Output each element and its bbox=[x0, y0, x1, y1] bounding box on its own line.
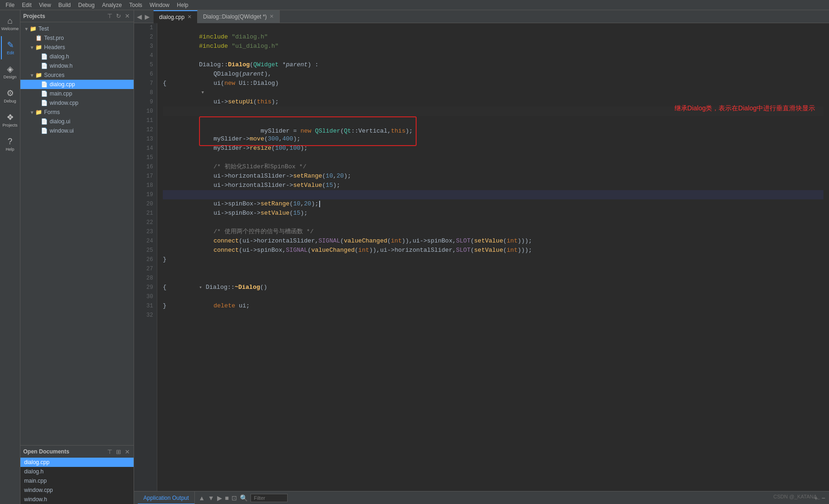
tree-item-dialogcpp[interactable]: 📄 dialog.cpp bbox=[20, 80, 134, 89]
welcome-label: Welcome bbox=[1, 26, 19, 31]
open-doc-dialogcpp[interactable]: dialog.cpp bbox=[20, 458, 134, 467]
project-tree[interactable]: ▼ 📁 Test 📋 Test.pro ▼ 📁 Headers 📄 dialog… bbox=[20, 22, 134, 445]
tree-item-headers[interactable]: ▼ 📁 Headers bbox=[20, 43, 134, 52]
bottom-bar: Application Output ▲ ▼ ▶ ■ ⊡ 🔍 + − bbox=[134, 491, 829, 504]
sidebar-debug-btn[interactable]: ⚙ Debug bbox=[1, 84, 19, 108]
dialogh-arrow bbox=[35, 54, 41, 59]
windowcpp-arrow bbox=[35, 101, 41, 106]
code-content[interactable]: #include "dialog.h" #include "ui_dialog.… bbox=[157, 23, 829, 491]
open-docs-tile-icon[interactable]: ⊞ bbox=[115, 448, 122, 456]
code-line-26: } bbox=[163, 255, 823, 264]
sync-icon[interactable]: ↻ bbox=[115, 12, 122, 20]
dialogh-label: dialog.h bbox=[50, 53, 69, 60]
test-label: Test bbox=[39, 26, 49, 32]
menu-view[interactable]: View bbox=[35, 0, 55, 10]
tree-item-sources[interactable]: ▼ 📁 Sources bbox=[20, 70, 134, 80]
code-line-14 bbox=[163, 144, 823, 153]
windowcpp-icon: 📄 bbox=[41, 100, 48, 106]
filter-input[interactable] bbox=[251, 494, 288, 502]
tree-item-testpro[interactable]: 📋 Test.pro bbox=[20, 33, 134, 43]
edit-icon: ✎ bbox=[7, 41, 14, 49]
welcome-icon: ⌂ bbox=[7, 17, 13, 25]
menu-tools[interactable]: Tools bbox=[126, 0, 146, 10]
dialogui-arrow bbox=[35, 119, 41, 124]
output-controls: ▲ ▼ ▶ ■ ⊡ 🔍 bbox=[199, 494, 288, 502]
menu-debug[interactable]: Debug bbox=[75, 0, 98, 10]
search-icon[interactable]: 🔍 bbox=[240, 494, 248, 502]
filter-icon[interactable]: ⊤ bbox=[106, 12, 113, 20]
code-line-4: Dialog::Dialog(QWidget *parent) : bbox=[163, 51, 823, 60]
code-line-5: QDialog(parent), bbox=[163, 60, 823, 70]
close-panel-icon[interactable]: ✕ bbox=[124, 12, 131, 20]
tab-close-icon[interactable]: ✕ bbox=[187, 14, 192, 20]
tree-item-test[interactable]: ▼ 📁 Test bbox=[20, 24, 134, 33]
menu-edit[interactable]: Edit bbox=[18, 0, 35, 10]
open-doc-windowh[interactable]: window.h bbox=[20, 495, 134, 504]
code-line-13: mySlider->resize(100,100); bbox=[163, 134, 823, 144]
sources-arrow: ▼ bbox=[30, 73, 35, 78]
menu-analyze[interactable]: Analyze bbox=[98, 0, 126, 10]
open-doc-dialogh[interactable]: dialog.h bbox=[20, 467, 134, 476]
tab-breadcrumb-close-icon[interactable]: ✕ bbox=[270, 13, 274, 19]
main-layout: ⌂ Welcome ✎ Edit ◈ Design ⚙ Debug ❖ Proj… bbox=[0, 10, 829, 504]
open-documents-list: dialog.cpp dialog.h main.cpp window.cpp … bbox=[20, 458, 134, 504]
maincpp-arrow bbox=[35, 91, 41, 96]
menu-window[interactable]: Window bbox=[146, 0, 174, 10]
windowcpp-label: window.cpp bbox=[50, 100, 78, 106]
play-icon[interactable]: ▶ bbox=[217, 494, 222, 502]
scroll-down-icon[interactable]: ▼ bbox=[208, 494, 214, 502]
sidebar-edit-btn[interactable]: ✎ Edit bbox=[1, 36, 19, 59]
nav-forward-icon[interactable]: ▶ bbox=[144, 13, 151, 20]
tree-item-dialogui[interactable]: 📄 dialog.ui bbox=[20, 117, 134, 126]
forms-label: Forms bbox=[44, 109, 60, 115]
open-docs-filter-icon[interactable]: ⊤ bbox=[106, 448, 113, 456]
tree-item-maincpp[interactable]: 📄 main.cpp bbox=[20, 89, 134, 98]
testpro-label: Test.pro bbox=[44, 35, 64, 41]
open-doc-windowcpp[interactable]: window.cpp bbox=[20, 485, 134, 495]
code-line-29: { bbox=[163, 283, 823, 292]
windowh-icon: 📄 bbox=[41, 63, 48, 69]
help-icon: ? bbox=[7, 137, 12, 146]
code-line-11 bbox=[163, 116, 823, 125]
dialogui-icon: 📄 bbox=[41, 118, 48, 125]
code-editor[interactable]: 12345 678910 1112131415 1617181920 21222… bbox=[134, 23, 829, 491]
code-line-3 bbox=[163, 42, 823, 51]
nav-arrows: ◀ ▶ bbox=[136, 13, 151, 20]
remove-output-btn[interactable]: − bbox=[822, 494, 825, 502]
sidebar-projects-btn[interactable]: ❖ Projects bbox=[1, 108, 19, 132]
projects-title: Projects bbox=[23, 13, 45, 19]
tree-item-dialogh[interactable]: 📄 dialog.h bbox=[20, 52, 134, 61]
sidebar-welcome-btn[interactable]: ⌂ Welcome bbox=[1, 12, 19, 35]
open-docs-close-icon[interactable]: ✕ bbox=[124, 448, 131, 456]
code-line-7: { bbox=[163, 79, 823, 88]
open-doc-dialogh-label: dialog.h bbox=[24, 468, 44, 475]
tab-dialogcpp[interactable]: dialog.cpp ✕ bbox=[154, 10, 198, 23]
tree-item-windowcpp[interactable]: 📄 window.cpp bbox=[20, 98, 134, 108]
nav-back-icon[interactable]: ◀ bbox=[136, 13, 143, 20]
code-line-10: mySlider = new QSlider(Qt::Vertical,this… bbox=[163, 107, 823, 116]
stop-icon[interactable]: ■ bbox=[225, 494, 229, 502]
debug-label: Debug bbox=[4, 99, 16, 103]
menu-help[interactable]: Help bbox=[173, 0, 192, 10]
test-arrow: ▼ bbox=[24, 26, 30, 32]
code-line-17: ui->horizontalSlider->setValue(15); bbox=[163, 172, 823, 181]
sidebar-help-btn[interactable]: ? Help bbox=[1, 133, 19, 156]
code-line-6: ui(new Ui::Dialog) ▾ bbox=[163, 70, 823, 79]
code-line-22: /* 使用两个控件的信号与槽函数 */ bbox=[163, 218, 823, 227]
open-doc-maincpp[interactable]: main.cpp bbox=[20, 476, 134, 485]
sidebar-design-btn[interactable]: ◈ Design bbox=[1, 60, 19, 83]
tree-item-windowui[interactable]: 📄 window.ui bbox=[20, 126, 134, 135]
menu-build[interactable]: Build bbox=[55, 0, 75, 10]
watermark: CSDN @_KATANA_ bbox=[773, 494, 820, 499]
tree-item-forms[interactable]: ▼ 📁 Forms bbox=[20, 108, 134, 117]
dialogui-label: dialog.ui bbox=[50, 118, 71, 125]
open-docs-header-icons: ⊤ ⊞ ✕ bbox=[106, 448, 131, 456]
scroll-up-icon[interactable]: ▲ bbox=[199, 494, 205, 502]
tree-item-windowh[interactable]: 📄 window.h bbox=[20, 61, 134, 70]
open-doc-windowh-label: window.h bbox=[24, 496, 47, 503]
clear-icon[interactable]: ⊡ bbox=[231, 494, 237, 502]
testpro-arrow bbox=[30, 36, 35, 41]
output-tab-appoutput[interactable]: Application Output bbox=[138, 491, 195, 504]
menu-file[interactable]: File bbox=[2, 0, 18, 10]
tab-breadcrumb[interactable]: Dialog::Dialog(QWidget *) ✕ bbox=[198, 10, 280, 23]
